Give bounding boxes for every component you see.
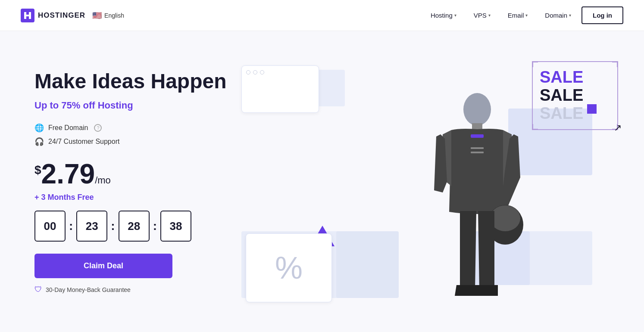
hero-illustration: % SALE SALE SALE ↗	[241, 53, 610, 311]
chevron-down-icon: ▾	[454, 13, 456, 18]
timer-sep-1: :	[69, 219, 73, 233]
timer-minutes: 23	[76, 211, 107, 242]
svg-point-4	[490, 205, 520, 231]
guarantee: 🛡 30-Day Money-Back Guarantee	[34, 285, 241, 294]
bracket-tl	[532, 61, 538, 67]
cursor-icon: ↗	[614, 122, 622, 133]
sale-line-1: SALE	[540, 68, 583, 87]
login-button[interactable]: Log in	[581, 6, 623, 24]
flag-icon: 🇺🇸	[92, 11, 102, 20]
timer-frames: 38	[160, 211, 191, 242]
hero-content: Make Ideas Happen Up to 75% off Hosting …	[34, 69, 241, 294]
price-block: $2.79/mo	[34, 160, 241, 188]
feature-label: Free Domain	[48, 124, 88, 132]
language-label: English	[104, 12, 124, 19]
sale-card: SALE SALE SALE ↗	[532, 61, 618, 130]
person-svg	[421, 91, 533, 311]
brand-name: HOSTINGER	[38, 11, 85, 20]
svg-rect-6	[471, 147, 484, 149]
subtitle-suffix: off Hosting	[80, 100, 133, 111]
price-amount: 2.79	[41, 158, 95, 189]
percent-symbol: %	[275, 252, 303, 283]
logo-icon	[21, 9, 34, 22]
nav-hosting[interactable]: Hosting ▾	[424, 8, 463, 22]
nav-email[interactable]: Email ▾	[501, 8, 535, 22]
person-figure	[413, 87, 542, 311]
nav-vps[interactable]: VPS ▾	[467, 8, 497, 22]
headset-icon: 🎧	[34, 137, 44, 146]
browser-card	[241, 65, 319, 113]
navbar: HOSTINGER 🇺🇸 English Hosting ▾ VPS ▾ Ema…	[0, 0, 644, 31]
browser-dots	[246, 70, 314, 74]
question-icon[interactable]: ?	[94, 124, 102, 132]
subtitle-discount: 75%	[61, 100, 80, 111]
shield-icon: 🛡	[34, 285, 42, 294]
nav-domain[interactable]: Domain ▾	[538, 8, 578, 22]
logo[interactable]: HOSTINGER	[21, 9, 85, 22]
chevron-down-icon: ▾	[525, 13, 528, 18]
currency-symbol: $	[34, 163, 41, 177]
navbar-left: HOSTINGER 🇺🇸 English	[21, 9, 124, 22]
svg-point-1	[463, 93, 491, 126]
guarantee-text: 30-Day Money-Back Guarantee	[46, 286, 131, 293]
hero-title: Make Ideas Happen	[34, 69, 241, 93]
hero-subtitle: Up to 75% off Hosting	[34, 100, 241, 111]
timer-seconds: 28	[119, 211, 150, 242]
svg-rect-5	[471, 134, 484, 138]
timer-hours: 00	[34, 211, 66, 242]
browser-dot-3	[260, 70, 264, 74]
feature-label: 24/7 Customer Support	[48, 138, 119, 146]
chevron-down-icon: ▾	[569, 13, 571, 18]
chevron-down-icon: ▾	[488, 13, 491, 18]
claim-deal-button[interactable]: Claim Deal	[34, 254, 172, 278]
globe-icon: 🌐	[34, 123, 44, 133]
timer-sep-3: :	[153, 219, 157, 233]
subtitle-prefix: Up to	[34, 100, 61, 111]
feature-free-domain: 🌐 Free Domain ?	[34, 123, 241, 133]
feature-support: 🎧 24/7 Customer Support	[34, 137, 241, 146]
svg-rect-7	[471, 152, 484, 153]
percent-card: %	[246, 233, 332, 302]
months-free: + 3 Months Free	[34, 193, 241, 202]
sale-line-3: SALE	[540, 105, 583, 123]
hero-section: Make Ideas Happen Up to 75% off Hosting …	[0, 31, 644, 332]
browser-dot-1	[246, 70, 250, 74]
features-list: 🌐 Free Domain ? 🎧 24/7 Customer Support	[34, 123, 241, 146]
browser-dot-2	[253, 70, 257, 74]
countdown-timer: 00 : 23 : 28 : 38	[34, 211, 241, 242]
language-selector[interactable]: 🇺🇸 English	[92, 11, 124, 20]
price-period: /mo	[95, 175, 111, 186]
deco-block-4	[336, 231, 399, 298]
bracket-tr	[612, 61, 618, 67]
navbar-right: Hosting ▾ VPS ▾ Email ▾ Domain ▾ Log in	[424, 6, 623, 24]
price-display: $2.79/mo	[34, 158, 111, 189]
timer-sep-2: :	[111, 219, 115, 233]
sale-line-2: SALE	[540, 87, 583, 105]
